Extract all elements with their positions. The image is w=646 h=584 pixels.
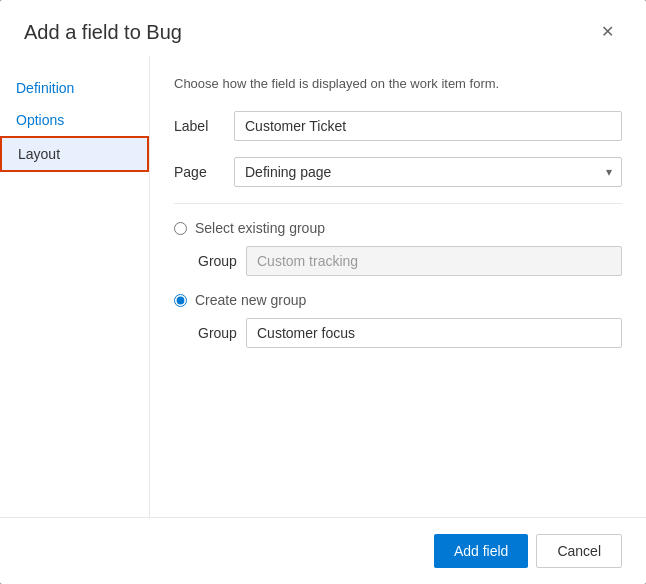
page-select[interactable]: Defining page Details Other (234, 157, 622, 187)
page-row: Page Defining page Details Other ▾ (174, 157, 622, 187)
page-field-label: Page (174, 164, 234, 180)
label-input[interactable] (234, 111, 622, 141)
select-existing-radio[interactable] (174, 222, 187, 235)
existing-group-label: Group (198, 253, 246, 269)
sidebar: Definition Options Layout (0, 56, 150, 517)
create-new-group-section: Create new group Group (174, 292, 622, 348)
sidebar-item-options[interactable]: Options (0, 104, 149, 136)
page-select-wrapper: Defining page Details Other ▾ (234, 157, 622, 187)
divider (174, 203, 622, 204)
select-existing-radio-row: Select existing group (174, 220, 622, 236)
existing-group-input[interactable] (246, 246, 622, 276)
existing-group-row: Group (198, 246, 622, 276)
label-row: Label (174, 111, 622, 141)
create-new-label: Create new group (195, 292, 306, 308)
create-new-radio-row: Create new group (174, 292, 622, 308)
close-button[interactable]: ✕ (593, 20, 622, 44)
main-content: Choose how the field is displayed on the… (150, 56, 646, 517)
close-icon: ✕ (601, 23, 614, 40)
new-group-label: Group (198, 325, 246, 341)
description-text: Choose how the field is displayed on the… (174, 76, 622, 91)
dialog-footer: Add field Cancel (0, 517, 646, 584)
sidebar-item-layout[interactable]: Layout (0, 136, 149, 172)
dialog-header: Add a field to Bug ✕ (0, 0, 646, 56)
add-field-dialog: Add a field to Bug ✕ Definition Options … (0, 0, 646, 584)
new-group-row: Group (198, 318, 622, 348)
dialog-body: Definition Options Layout Choose how the… (0, 56, 646, 517)
new-group-input[interactable] (246, 318, 622, 348)
create-new-radio[interactable] (174, 294, 187, 307)
label-field-label: Label (174, 118, 234, 134)
select-existing-group-section: Select existing group Group (174, 220, 622, 276)
add-field-button[interactable]: Add field (434, 534, 528, 568)
cancel-button[interactable]: Cancel (536, 534, 622, 568)
dialog-title: Add a field to Bug (24, 21, 182, 44)
select-existing-label: Select existing group (195, 220, 325, 236)
sidebar-item-definition[interactable]: Definition (0, 72, 149, 104)
